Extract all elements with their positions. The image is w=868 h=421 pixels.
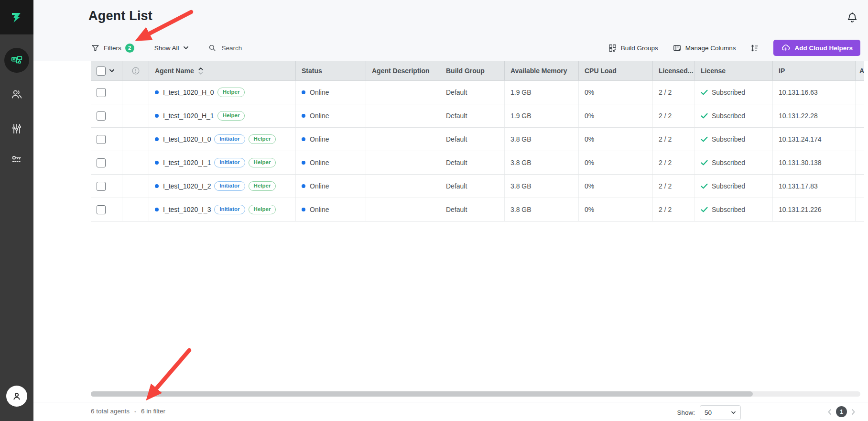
select-menu-chevron-icon[interactable] [109,69,115,73]
license-text: Subscribed [712,206,745,213]
status-cell: Online [296,151,366,174]
build-groups-button[interactable]: Build Groups [608,44,658,53]
row-select-cell [91,175,122,198]
table-row: I_test_1020_I_2 InitiatorHelper Online D… [91,175,864,198]
prev-page-button[interactable] [827,409,832,415]
license-cell: Subscribed [695,104,773,127]
filters-button[interactable]: Filters 2 [91,44,134,53]
subscribed-check-icon [701,160,708,166]
main-content: Agent List Filters 2 Show All [33,0,868,421]
ip-cell: 10.131.17.83 [773,175,856,198]
agent-name-cell[interactable]: I_test_1020_I_0 InitiatorHelper [149,128,296,151]
agent-name-cell[interactable]: I_test_1020_I_1 InitiatorHelper [149,151,296,174]
current-page-button[interactable]: 1 [836,406,847,417]
sidebar-item-agents[interactable] [4,48,29,73]
agent-name: I_test_1020_I_3 [163,206,211,213]
cpu-load-cell: 0% [579,104,653,127]
column-header-available-memory[interactable]: Available Memory [505,61,579,80]
status-text: Online [310,159,329,166]
row-alert-cell [122,175,149,198]
row-checkbox[interactable] [97,205,106,214]
horizontal-scrollbar[interactable] [91,391,860,397]
agent-status-dot [155,137,159,141]
agent-badges: InitiatorHelper [211,205,276,215]
agent-name: I_test_1020_I_1 [163,159,211,166]
app-logo[interactable] [0,0,33,34]
scrollbar-thumb[interactable] [91,391,753,397]
sort-icon[interactable] [198,67,203,75]
license-cell: Subscribed [695,128,773,151]
description-cell [366,175,440,198]
agent-name-cell[interactable]: I_test_1020_H_1 Helper [149,104,296,127]
license-text: Subscribed [712,159,745,166]
select-all-checkbox[interactable] [97,66,106,76]
licensed-cell: 2 / 2 [653,175,695,198]
description-cell [366,81,440,104]
row-height-button[interactable] [750,44,759,53]
row-checkbox[interactable] [97,158,106,167]
cpu-load-cell: 0% [579,175,653,198]
next-page-button[interactable] [851,409,856,415]
column-header-status[interactable]: Status [296,61,366,80]
agent-name-cell[interactable]: I_test_1020_H_0 Helper [149,81,296,104]
add-cloud-helpers-button[interactable]: Add Cloud Helpers [773,40,860,56]
search-input[interactable] [221,44,285,52]
page-size-value: 50 [705,409,712,416]
status-cell: Online [296,175,366,198]
ip-cell: 10.131.16.63 [773,81,856,104]
license-text: Subscribed [712,89,745,96]
sidebar-item-license[interactable] [6,149,27,170]
column-header-agent-name[interactable]: Agent Name [149,61,296,80]
search-box [208,44,285,52]
online-dot [302,161,305,165]
column-header-ip[interactable]: IP [773,61,856,80]
user-avatar[interactable] [6,386,27,407]
build-group-cell: Default [440,198,505,221]
licensed-cell: 2 / 2 [653,104,695,127]
available-memory-cell: 1.9 GB [505,81,579,104]
sidebar-item-settings[interactable] [6,118,27,139]
agent-name: I_test_1020_H_1 [163,112,214,120]
notification-bell-icon [846,11,858,24]
column-header-license[interactable]: License [695,61,773,80]
agent-name: I_test_1020_H_0 [163,89,214,96]
manage-columns-button[interactable]: Manage Columns [673,44,736,53]
chevron-left-icon [827,409,832,415]
build-group-cell: Default [440,128,505,151]
agent-status-dot [155,161,159,165]
notifications-button[interactable] [845,11,859,25]
row-alert-cell [122,104,149,127]
row-checkbox[interactable] [97,88,106,97]
row-alert-cell [122,128,149,151]
table-row: I_test_1020_I_0 InitiatorHelper Online D… [91,128,864,151]
row-select-cell [91,151,122,174]
filters-count-badge: 2 [125,44,134,53]
row-checkbox[interactable] [97,135,106,144]
sidebar-item-users[interactable] [6,84,27,105]
agent-status-dot [155,184,159,188]
show-all-dropdown[interactable]: Show All [154,44,189,52]
column-header-clipped[interactable]: A [856,61,864,80]
row-checkbox[interactable] [97,182,106,191]
row-checkbox[interactable] [97,111,106,121]
column-header-agent-description[interactable]: Agent Description [366,61,440,80]
subscribed-check-icon [701,113,708,119]
row-alert-cell [122,198,149,221]
search-icon [208,44,217,52]
page-size-select[interactable]: 50 [700,405,741,420]
license-cell: Subscribed [695,175,773,198]
toolbar-actions: Build Groups Manage Columns [608,40,860,56]
subscribed-check-icon [701,207,708,212]
column-header-licensed[interactable]: Licensed... [653,61,695,80]
agent-name-cell[interactable]: I_test_1020_I_3 InitiatorHelper [149,198,296,221]
separator-dot: • [134,409,136,414]
agent-name-cell[interactable]: I_test_1020_I_2 InitiatorHelper [149,175,296,198]
helper-badge: Helper [249,158,276,168]
status-text: Online [310,112,329,120]
build-groups-label: Build Groups [621,44,658,52]
in-filter-label: 6 in filter [141,408,165,415]
clipped-cell [856,104,864,127]
column-header-cpu-load[interactable]: CPU Load [579,61,653,80]
agent-status-dot [155,114,159,118]
column-header-build-group[interactable]: Build Group [440,61,505,80]
